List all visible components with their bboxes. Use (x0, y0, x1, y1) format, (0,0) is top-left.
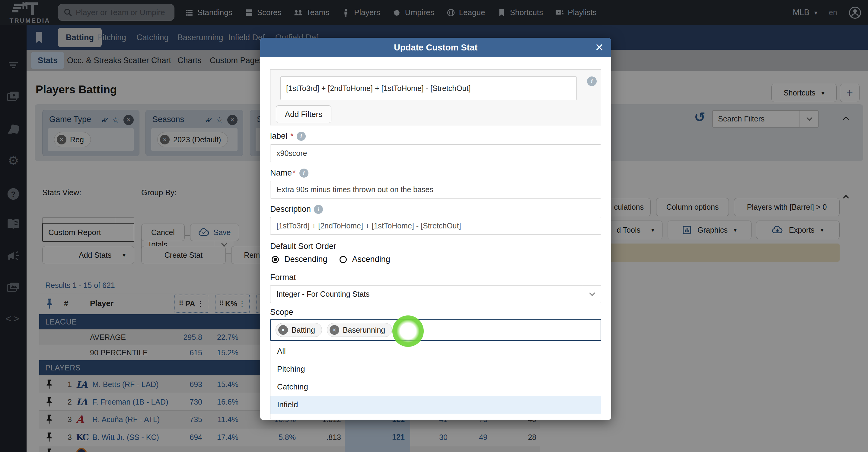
radio-ascending-label: Ascending (352, 255, 390, 264)
required-asterisk: * (290, 132, 294, 141)
label-field-label: label* i (270, 132, 306, 141)
scope-dropdown: All Pitching Catching Infield (270, 342, 601, 419)
chip-remove-icon[interactable]: ✕ (278, 325, 288, 335)
description-input[interactable]: [1stTo3rd] + [2ndToHome] + [1stToHome] -… (270, 217, 601, 235)
modal-header: Update Custom Stat × (260, 38, 611, 57)
scope-chip-baserunning[interactable]: ✕ Baserunning (327, 323, 392, 337)
info-icon[interactable]: i (297, 132, 306, 141)
radio-descending[interactable] (272, 256, 279, 263)
scope-multiselect[interactable]: ✕ Batting ✕ Baserunning (270, 319, 601, 341)
label-input[interactable]: x90score (270, 144, 601, 162)
info-icon[interactable]: i (300, 169, 308, 178)
radio-ascending[interactable] (340, 256, 347, 263)
sort-order-label: Default Sort Order (270, 242, 336, 251)
scope-option-infield[interactable]: Infield (271, 396, 601, 414)
modal-title: Update Custom Stat (394, 43, 477, 53)
required-asterisk: * (292, 168, 296, 178)
update-custom-stat-modal: Update Custom Stat × [1stTo3rd] + [2ndTo… (260, 38, 611, 420)
description-field-label: Description i (270, 204, 323, 214)
info-icon[interactable]: i (314, 205, 323, 214)
format-select[interactable]: Integer - For Counting Stats (270, 285, 601, 303)
formula-input[interactable]: [1stTo3rd] + [2ndToHome] + [1stToHome] -… (280, 77, 577, 100)
name-field-label: Name* i (270, 168, 308, 178)
scope-label: Scope (270, 308, 293, 317)
info-icon[interactable]: i (587, 77, 597, 86)
add-filters-button[interactable]: Add Filters (276, 106, 331, 123)
sort-order-radios: Descending Ascending (272, 255, 390, 264)
chevron-down-icon (589, 290, 595, 296)
close-icon[interactable]: × (595, 40, 603, 54)
scope-chip-batting[interactable]: ✕ Batting (276, 323, 322, 337)
name-input[interactable]: Extra 90s minus times thrown out on the … (270, 181, 601, 198)
formula-section: [1stTo3rd] + [2ndToHome] + [1stToHome] -… (270, 69, 601, 125)
app-page: TRUMEDIA Standings Scores Teams Players (0, 0, 868, 452)
chip-remove-icon[interactable]: ✕ (330, 325, 339, 335)
click-indicator (392, 315, 424, 347)
scope-option-catching[interactable]: Catching (271, 378, 601, 396)
radio-descending-label: Descending (284, 255, 328, 264)
scope-option-pitching[interactable]: Pitching (271, 360, 601, 378)
scope-option-all[interactable]: All (271, 342, 601, 360)
format-label: Format (270, 273, 296, 282)
